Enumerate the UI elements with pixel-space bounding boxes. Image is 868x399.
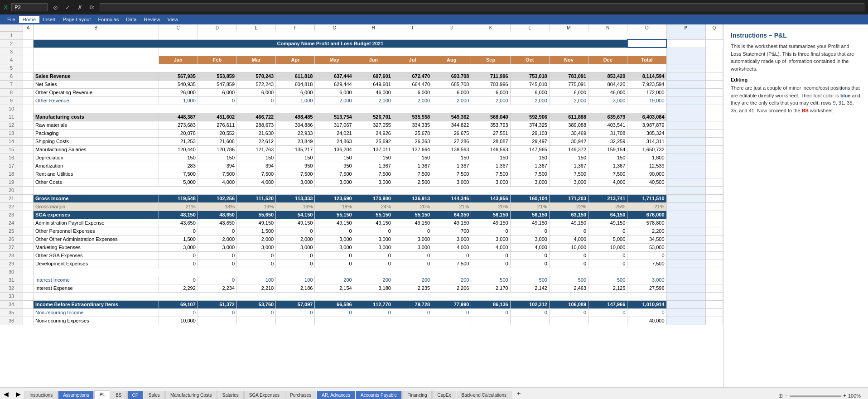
ribbon-tab-file[interactable]: File	[4, 16, 19, 23]
r14-p[interactable]	[666, 137, 705, 145]
ribbon-tab-review[interactable]: Review	[140, 16, 164, 23]
col-header-d[interactable]: D	[198, 24, 236, 31]
gi-jul: 136,913	[393, 194, 432, 202]
col-header-h[interactable]: H	[354, 24, 393, 31]
r23-p[interactable]	[666, 211, 705, 219]
ibe-jan: 69,107	[159, 300, 198, 308]
r33-p[interactable]	[666, 292, 705, 300]
col-header-n[interactable]: N	[588, 24, 627, 31]
tab-ar-advances[interactable]: AR, Advances	[317, 391, 355, 399]
zoom-out-icon[interactable]: −	[785, 393, 788, 399]
tab-instructions[interactable]: Instructions	[24, 391, 58, 399]
col-header-j[interactable]: J	[432, 24, 471, 31]
tab-sales[interactable]: Sales	[144, 391, 165, 399]
r25-p[interactable]	[666, 227, 705, 235]
col-header-m[interactable]: M	[549, 24, 588, 31]
r18-p[interactable]	[666, 170, 705, 178]
r22-p[interactable]	[666, 202, 705, 211]
r6-a	[23, 72, 34, 80]
r31-p[interactable]	[666, 276, 705, 284]
zoom-slider[interactable]: ━━━━━━━━━━━━━━━━━━━	[790, 394, 841, 399]
tab-assumptions[interactable]: Assumptions	[58, 391, 94, 399]
r12-p[interactable]	[666, 121, 705, 129]
col-header-q[interactable]: Q	[705, 24, 723, 31]
month-aug: Aug	[432, 56, 471, 64]
sc-feb: 21,608	[198, 137, 236, 145]
r32-p[interactable]	[666, 284, 705, 292]
ribbon-tab-insert[interactable]: Insert	[39, 16, 59, 23]
r30-p[interactable]	[666, 268, 705, 276]
col-header-e[interactable]: E	[237, 24, 276, 31]
tab-bs[interactable]: BS	[111, 391, 126, 399]
sheet-scroll[interactable]: A B C D E F G H I J K L M N O	[0, 24, 723, 387]
r7-p[interactable]	[666, 80, 705, 88]
r9-p[interactable]	[666, 96, 705, 105]
r24-p[interactable]	[666, 219, 705, 227]
ribbon-tab-formulas[interactable]: Formulas	[94, 16, 122, 23]
tab-scroll-right[interactable]: ▶	[12, 389, 24, 399]
r28-p[interactable]	[666, 251, 705, 260]
r16-p[interactable]	[666, 154, 705, 162]
name-box[interactable]	[11, 3, 48, 11]
r4-p[interactable]	[666, 56, 705, 64]
tab-cf[interactable]: CF	[127, 391, 143, 399]
r26-p[interactable]	[666, 235, 705, 243]
col-header-i[interactable]: I	[393, 24, 432, 31]
tab-capex[interactable]: CapEx	[432, 391, 456, 399]
col-header-o[interactable]: O	[627, 24, 666, 31]
r6-p[interactable]	[666, 72, 705, 80]
r20-p[interactable]	[666, 186, 705, 194]
tab-pl[interactable]: PL	[94, 390, 110, 399]
ribbon-tab-home[interactable]: Home	[19, 16, 39, 23]
col-header-b[interactable]: B	[34, 24, 159, 31]
tab-financing[interactable]: Financing	[402, 391, 432, 399]
col-header-g[interactable]: G	[315, 24, 354, 31]
tab-sga[interactable]: SGA Expenses	[244, 391, 285, 399]
gi-oct: 160,104	[510, 194, 549, 202]
col-header-a[interactable]: A	[23, 24, 34, 31]
nri-feb: 0	[198, 308, 236, 317]
tab-scroll-left[interactable]: ◀	[0, 389, 12, 399]
checkmark-icon[interactable]: ✓	[63, 4, 72, 11]
r29-p[interactable]	[666, 260, 705, 268]
tab-backend[interactable]: Back-end Calculations	[457, 391, 512, 399]
r36-p[interactable]	[666, 317, 705, 325]
r8-p[interactable]	[666, 88, 705, 96]
r10-p[interactable]	[666, 105, 705, 113]
row-10: 10	[0, 105, 723, 113]
tab-purchases[interactable]: Purchases	[285, 391, 316, 399]
col-header-l[interactable]: L	[510, 24, 549, 31]
ribbon-tab-pagelayout[interactable]: Page Layout	[59, 16, 95, 23]
tab-mfg-costs[interactable]: Manufacturing Costs	[165, 391, 217, 399]
col-header-p[interactable]: P	[666, 24, 705, 31]
r27-p[interactable]	[666, 243, 705, 251]
ribbon-tab-view[interactable]: View	[164, 16, 182, 23]
am-mar: 394	[237, 162, 276, 170]
gm-jun: 24%	[354, 202, 393, 211]
sheet-table: A B C D E F G H I J K L M N O	[0, 24, 723, 325]
ns-sep: 703,996	[471, 80, 510, 88]
r21-p[interactable]	[666, 194, 705, 202]
r19-p[interactable]	[666, 178, 705, 186]
r5-p[interactable]	[666, 64, 705, 72]
tab-salaries[interactable]: Salaries	[217, 391, 244, 399]
r34-p[interactable]	[666, 300, 705, 308]
r15-p[interactable]	[666, 145, 705, 154]
zoom-in-icon[interactable]: +	[843, 393, 846, 399]
cancel-icon[interactable]: ✗	[76, 4, 84, 11]
r35-p[interactable]	[666, 308, 705, 317]
ribbon-tab-data[interactable]: Data	[122, 16, 140, 23]
r2-p-selected[interactable]	[627, 39, 666, 48]
formula-input[interactable]	[100, 3, 864, 11]
tab-add-button[interactable]: ＋	[512, 388, 526, 399]
r3-p[interactable]	[666, 48, 705, 56]
row-15: 15 Manufacturing Salaries 120,440 120,78…	[0, 145, 723, 154]
tab-accounts-payable[interactable]: Accounts Payable	[356, 391, 402, 399]
r17-p[interactable]	[666, 162, 705, 170]
r11-p[interactable]	[666, 113, 705, 121]
r1-p[interactable]	[666, 31, 705, 39]
r13-p[interactable]	[666, 129, 705, 137]
col-header-k[interactable]: K	[471, 24, 510, 31]
col-header-f[interactable]: F	[276, 24, 315, 31]
col-header-c[interactable]: C	[159, 24, 198, 31]
